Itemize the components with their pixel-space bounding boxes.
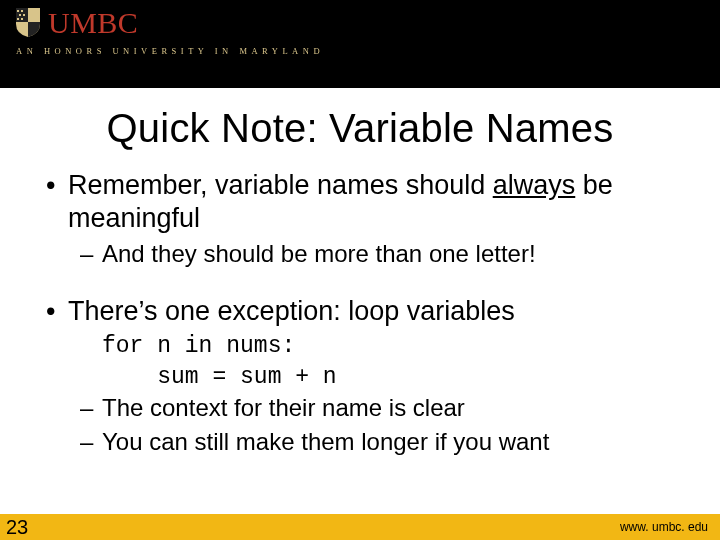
logo-wordmark: UMBC [48, 8, 138, 38]
logo-row: UMBC [14, 6, 706, 38]
text-fragment: Remember, variable names should [68, 170, 493, 200]
svg-rect-3 [23, 14, 25, 16]
bullet-level2: The context for their name is clear [40, 393, 680, 423]
header-bar: UMBC AN HONORS UNIVERSITY IN MARYLAND [0, 0, 720, 88]
slide: UMBC AN HONORS UNIVERSITY IN MARYLAND Qu… [0, 0, 720, 540]
slide-content: Remember, variable names should always b… [0, 151, 720, 514]
svg-rect-1 [21, 10, 23, 12]
slide-title: Quick Note: Variable Names [0, 106, 720, 151]
bullet-level2: You can still make them longer if you wa… [40, 427, 680, 457]
bullet-text: You can still make them longer if you wa… [102, 428, 549, 455]
footer-url: www. umbc. edu [620, 520, 708, 534]
bullet-text: And they should be more than one letter! [102, 240, 536, 267]
slide-number: 23 [6, 516, 28, 539]
bullet-level1: Remember, variable names should always b… [40, 169, 680, 235]
svg-rect-5 [21, 18, 23, 20]
text-underline: always [493, 170, 576, 200]
bullet-text: There’s one exception: loop variables [68, 296, 515, 326]
tagline: AN HONORS UNIVERSITY IN MARYLAND [16, 46, 706, 56]
bullet-text: The context for their name is clear [102, 394, 465, 421]
shield-icon [14, 6, 42, 38]
spacer [40, 273, 680, 295]
code-line: sum = sum + n [40, 363, 680, 392]
bullet-level2: And they should be more than one letter! [40, 239, 680, 269]
svg-rect-2 [19, 14, 21, 16]
code-line: for n in nums: [40, 332, 680, 361]
footer-bar: 23 www. umbc. edu [0, 514, 720, 540]
svg-rect-0 [17, 10, 19, 12]
svg-rect-4 [17, 18, 19, 20]
bullet-level1: There’s one exception: loop variables [40, 295, 680, 328]
